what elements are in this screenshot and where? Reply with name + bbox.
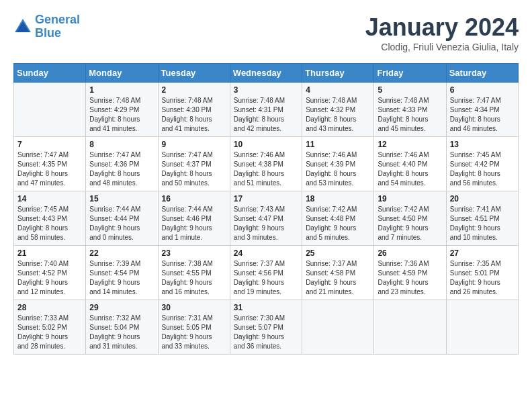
calendar-cell: 29Sunrise: 7:32 AM Sunset: 5:04 PM Dayli…	[86, 300, 158, 355]
logo-text: General Blue	[35, 13, 80, 40]
weekday-header: Monday	[86, 64, 158, 83]
day-number: 23	[162, 248, 226, 258]
calendar-cell: 15Sunrise: 7:44 AM Sunset: 4:44 PM Dayli…	[86, 191, 158, 246]
day-info: Sunrise: 7:48 AM Sunset: 4:33 PM Dayligh…	[378, 96, 442, 134]
day-number: 2	[162, 85, 226, 95]
calendar-cell	[374, 300, 446, 355]
day-info: Sunrise: 7:37 AM Sunset: 4:58 PM Dayligh…	[306, 259, 370, 297]
calendar-cell: 2Sunrise: 7:48 AM Sunset: 4:30 PM Daylig…	[158, 83, 230, 137]
day-info: Sunrise: 7:33 AM Sunset: 5:02 PM Dayligh…	[17, 314, 82, 351]
calendar-cell: 27Sunrise: 7:35 AM Sunset: 5:01 PM Dayli…	[446, 246, 518, 300]
calendar-cell: 18Sunrise: 7:42 AM Sunset: 4:48 PM Dayli…	[302, 191, 374, 246]
calendar-cell: 20Sunrise: 7:41 AM Sunset: 4:51 PM Dayli…	[446, 191, 518, 246]
calendar-cell: 22Sunrise: 7:39 AM Sunset: 4:54 PM Dayli…	[86, 246, 158, 300]
weekday-header: Friday	[374, 64, 446, 83]
day-info: Sunrise: 7:45 AM Sunset: 4:43 PM Dayligh…	[17, 205, 82, 242]
logo: General Blue	[13, 13, 80, 40]
day-number: 24	[234, 248, 298, 258]
day-number: 9	[162, 140, 226, 149]
calendar-cell: 4Sunrise: 7:48 AM Sunset: 4:32 PM Daylig…	[302, 83, 374, 137]
calendar-week-row: 1Sunrise: 7:48 AM Sunset: 4:29 PM Daylig…	[14, 83, 519, 137]
calendar-cell: 24Sunrise: 7:37 AM Sunset: 4:56 PM Dayli…	[230, 246, 302, 300]
day-info: Sunrise: 7:46 AM Sunset: 4:40 PM Dayligh…	[378, 150, 442, 188]
day-info: Sunrise: 7:44 AM Sunset: 4:44 PM Dayligh…	[89, 205, 154, 242]
logo-line1: General	[35, 13, 80, 26]
day-info: Sunrise: 7:43 AM Sunset: 4:47 PM Dayligh…	[234, 205, 298, 242]
day-number: 20	[450, 194, 515, 203]
day-info: Sunrise: 7:47 AM Sunset: 4:34 PM Dayligh…	[450, 96, 515, 134]
calendar-cell: 17Sunrise: 7:43 AM Sunset: 4:47 PM Dayli…	[230, 191, 302, 246]
calendar-cell: 10Sunrise: 7:46 AM Sunset: 4:38 PM Dayli…	[230, 137, 302, 191]
day-number: 5	[378, 85, 442, 95]
day-number: 13	[450, 140, 515, 149]
day-number: 15	[89, 194, 154, 203]
calendar-cell: 9Sunrise: 7:47 AM Sunset: 4:37 PM Daylig…	[158, 137, 230, 191]
calendar-cell: 5Sunrise: 7:48 AM Sunset: 4:33 PM Daylig…	[374, 83, 446, 137]
day-number: 12	[378, 140, 442, 149]
day-info: Sunrise: 7:37 AM Sunset: 4:56 PM Dayligh…	[234, 259, 298, 297]
calendar-table: SundayMondayTuesdayWednesdayThursdayFrid…	[13, 63, 519, 355]
day-info: Sunrise: 7:48 AM Sunset: 4:32 PM Dayligh…	[306, 96, 370, 134]
day-number: 16	[162, 194, 226, 203]
weekday-header: Saturday	[446, 64, 518, 83]
day-info: Sunrise: 7:42 AM Sunset: 4:48 PM Dayligh…	[306, 205, 370, 242]
calendar-cell: 26Sunrise: 7:36 AM Sunset: 4:59 PM Dayli…	[374, 246, 446, 300]
day-info: Sunrise: 7:38 AM Sunset: 4:55 PM Dayligh…	[162, 259, 226, 297]
calendar-cell: 3Sunrise: 7:48 AM Sunset: 4:31 PM Daylig…	[230, 83, 302, 137]
day-info: Sunrise: 7:41 AM Sunset: 4:51 PM Dayligh…	[450, 205, 515, 242]
calendar-cell: 11Sunrise: 7:46 AM Sunset: 4:39 PM Dayli…	[302, 137, 374, 191]
logo-line2: Blue	[35, 26, 61, 40]
day-info: Sunrise: 7:30 AM Sunset: 5:07 PM Dayligh…	[234, 314, 298, 351]
weekday-header: Tuesday	[158, 64, 230, 83]
day-number: 25	[306, 248, 370, 258]
calendar-cell: 31Sunrise: 7:30 AM Sunset: 5:07 PM Dayli…	[230, 300, 302, 355]
month-title: January 2024	[365, 13, 519, 42]
location-subtitle: Clodig, Friuli Venezia Giulia, Italy	[365, 42, 519, 52]
day-number: 18	[306, 194, 370, 203]
weekday-header: Thursday	[302, 64, 374, 83]
day-info: Sunrise: 7:36 AM Sunset: 4:59 PM Dayligh…	[378, 259, 442, 297]
day-info: Sunrise: 7:46 AM Sunset: 4:39 PM Dayligh…	[306, 150, 370, 188]
day-info: Sunrise: 7:48 AM Sunset: 4:30 PM Dayligh…	[162, 96, 226, 134]
day-number: 29	[89, 303, 154, 312]
calendar-cell: 1Sunrise: 7:48 AM Sunset: 4:29 PM Daylig…	[86, 83, 158, 137]
day-number: 22	[89, 248, 154, 258]
calendar-cell: 14Sunrise: 7:45 AM Sunset: 4:43 PM Dayli…	[14, 191, 86, 246]
day-info: Sunrise: 7:32 AM Sunset: 5:04 PM Dayligh…	[89, 314, 154, 351]
calendar-cell	[302, 300, 374, 355]
calendar-week-row: 21Sunrise: 7:40 AM Sunset: 4:52 PM Dayli…	[14, 246, 519, 300]
day-number: 11	[306, 140, 370, 149]
title-area: January 2024 Clodig, Friuli Venezia Giul…	[365, 13, 519, 52]
calendar-week-row: 7Sunrise: 7:47 AM Sunset: 4:35 PM Daylig…	[14, 137, 519, 191]
day-info: Sunrise: 7:35 AM Sunset: 5:01 PM Dayligh…	[450, 259, 515, 297]
day-info: Sunrise: 7:46 AM Sunset: 4:38 PM Dayligh…	[234, 150, 298, 188]
page-header: General Blue January 2024 Clodig, Friuli…	[13, 13, 519, 52]
day-number: 30	[162, 303, 226, 312]
day-info: Sunrise: 7:47 AM Sunset: 4:35 PM Dayligh…	[17, 150, 82, 188]
day-info: Sunrise: 7:39 AM Sunset: 4:54 PM Dayligh…	[89, 259, 154, 297]
day-info: Sunrise: 7:44 AM Sunset: 4:46 PM Dayligh…	[162, 205, 226, 242]
calendar-cell: 8Sunrise: 7:47 AM Sunset: 4:36 PM Daylig…	[86, 137, 158, 191]
day-number: 1	[89, 85, 154, 95]
calendar-cell: 25Sunrise: 7:37 AM Sunset: 4:58 PM Dayli…	[302, 246, 374, 300]
day-number: 10	[234, 140, 298, 149]
day-number: 28	[17, 303, 82, 312]
day-info: Sunrise: 7:40 AM Sunset: 4:52 PM Dayligh…	[17, 259, 82, 297]
calendar-cell: 7Sunrise: 7:47 AM Sunset: 4:35 PM Daylig…	[14, 137, 86, 191]
logo-icon	[13, 17, 32, 36]
weekday-header: Wednesday	[230, 64, 302, 83]
calendar-cell: 12Sunrise: 7:46 AM Sunset: 4:40 PM Dayli…	[374, 137, 446, 191]
day-info: Sunrise: 7:47 AM Sunset: 4:36 PM Dayligh…	[89, 150, 154, 188]
weekday-header-row: SundayMondayTuesdayWednesdayThursdayFrid…	[14, 64, 519, 83]
calendar-cell	[14, 83, 86, 137]
calendar-cell: 19Sunrise: 7:42 AM Sunset: 4:50 PM Dayli…	[374, 191, 446, 246]
day-number: 27	[450, 248, 515, 258]
calendar-cell	[446, 300, 518, 355]
weekday-header: Sunday	[14, 64, 86, 83]
calendar-week-row: 28Sunrise: 7:33 AM Sunset: 5:02 PM Dayli…	[14, 300, 519, 355]
calendar-cell: 13Sunrise: 7:45 AM Sunset: 4:42 PM Dayli…	[446, 137, 518, 191]
calendar-cell: 16Sunrise: 7:44 AM Sunset: 4:46 PM Dayli…	[158, 191, 230, 246]
day-number: 7	[17, 140, 82, 149]
calendar-cell: 23Sunrise: 7:38 AM Sunset: 4:55 PM Dayli…	[158, 246, 230, 300]
day-number: 14	[17, 194, 82, 203]
